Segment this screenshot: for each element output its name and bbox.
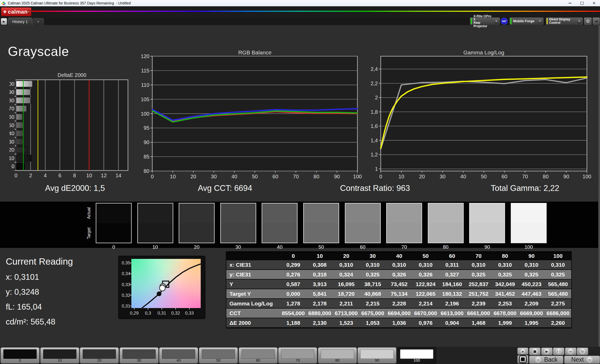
table-cell: 40,868 xyxy=(360,289,386,298)
calman-menu-button[interactable]: ❖ calman ▼ xyxy=(1,7,31,16)
svg-text:105: 105 xyxy=(141,96,149,102)
source-dropdown[interactable]: Mobile Forge ▼ xyxy=(509,17,544,25)
pattern-panel-up-button[interactable]: ▲ xyxy=(517,348,528,355)
pattern-button-30[interactable]: 30 xyxy=(120,347,159,363)
table-header-row: 0102030405060708090100 xyxy=(226,252,571,260)
pattern-button-40[interactable]: 40 xyxy=(159,347,198,363)
display-status-accent xyxy=(547,18,548,24)
pattern-button-20[interactable]: 20 xyxy=(80,347,119,363)
pattern-label: 70 xyxy=(278,358,317,362)
back-button[interactable]: « Back xyxy=(529,356,563,364)
chevron-down-icon[interactable]: ▼ xyxy=(494,19,499,24)
next-button[interactable]: Next » xyxy=(564,356,600,364)
pattern-button-50[interactable]: 50 xyxy=(199,347,238,363)
pattern-button-60[interactable]: 60 xyxy=(239,347,278,363)
pattern-label: 90 xyxy=(358,358,396,362)
svg-text:90: 90 xyxy=(144,139,149,145)
window-title: Calman 2025 Calman Ultimate for Business… xyxy=(8,1,131,5)
pattern-button-80[interactable]: 80 xyxy=(318,347,357,363)
collapse-panel-button[interactable]: ◀ xyxy=(592,17,600,25)
grayscale-swatch-10 xyxy=(137,203,173,243)
flyout-arrow-icon: ▶ xyxy=(3,20,5,23)
table-cell: 2,209 xyxy=(518,299,545,308)
target-row-label: Target xyxy=(87,228,91,239)
stop-button[interactable]: ■ xyxy=(529,348,541,355)
calman-logo-icon: ❖ xyxy=(3,9,7,14)
rainbow-divider xyxy=(32,11,600,12)
table-cell: 0,310 xyxy=(465,260,492,269)
table-cell: 122,924 xyxy=(412,280,439,289)
pattern-swatch xyxy=(162,349,195,359)
refresh-button[interactable]: ↻ xyxy=(577,348,588,355)
table-cell: 6880,000 xyxy=(306,309,333,318)
pattern-button-70[interactable]: 70 xyxy=(278,347,317,363)
play-button[interactable]: ▶ xyxy=(541,348,553,355)
table-cell: 2,228 xyxy=(386,299,412,308)
app-icon xyxy=(2,1,6,5)
pattern-button-10[interactable]: 10 xyxy=(40,347,79,363)
svg-text:70: 70 xyxy=(522,174,528,179)
range-icon: [··] xyxy=(556,348,562,355)
table-cell: 18,720 xyxy=(333,289,360,298)
chevron-down-icon[interactable]: ▼ xyxy=(577,19,582,24)
up-arrow-icon: ▲ xyxy=(520,348,526,354)
table-cell: 341,452 xyxy=(492,289,518,298)
title-bar: Calman 2025 Calman Ultimate for Business… xyxy=(0,0,600,6)
close-icon: ✕ xyxy=(592,1,596,5)
swatch-level-label: 80 xyxy=(428,244,464,250)
pattern-button-100[interactable]: 100 xyxy=(397,347,436,363)
svg-text:RGB Balance: RGB Balance xyxy=(238,50,271,55)
add-tab-button[interactable]: + xyxy=(32,18,44,25)
pattern-label: 10 xyxy=(41,358,79,362)
svg-text:50: 50 xyxy=(481,174,487,179)
table-col-90: 90 xyxy=(518,252,545,260)
minimize-button[interactable] xyxy=(564,0,576,6)
stop-icon: ■ xyxy=(532,348,538,355)
pattern-button-90[interactable]: 90 xyxy=(357,347,396,363)
svg-text:1,2: 1,2 xyxy=(371,152,378,157)
table-cell: 0,325 xyxy=(545,270,571,279)
row-label: y: CIE31 xyxy=(226,270,280,279)
display-control-dropdown[interactable]: Direct Display Control ▼ xyxy=(546,17,583,25)
chevron-down-icon[interactable]: ▼ xyxy=(537,19,542,24)
layout-flyout-button[interactable]: ▶ xyxy=(1,18,7,25)
back-label: Back xyxy=(544,356,557,363)
maximize-button[interactable] xyxy=(576,0,588,6)
settings-button[interactable]: ⚙ xyxy=(584,17,592,25)
table-cell: 252,837 xyxy=(465,280,492,289)
infinity-button[interactable]: ∞ xyxy=(565,348,576,355)
range-button[interactable]: [··] xyxy=(553,348,564,355)
tab-history-1[interactable]: History 1 xyxy=(8,18,32,25)
svg-text:90: 90 xyxy=(563,174,569,179)
table-cell: 1,278 xyxy=(280,299,306,308)
row-label: CCT xyxy=(226,309,280,318)
grayscale-swatch-20 xyxy=(179,203,215,243)
avg-cct-readout: Avg CCT: 6694 xyxy=(150,184,300,196)
table-cell: 0,587 xyxy=(280,280,306,289)
source-name: Mobile Forge xyxy=(513,19,534,23)
scrollbar[interactable] xyxy=(598,25,600,347)
cie-x-tick: 0,3 xyxy=(142,311,154,316)
table-cell: 2,239 xyxy=(465,299,492,308)
table-cell: 6675,000 xyxy=(360,309,386,318)
table-cell: 0,325 xyxy=(492,270,518,279)
pattern-window-button[interactable] xyxy=(517,355,528,363)
table-cell: 1,036 xyxy=(386,318,412,327)
svg-text:14: 14 xyxy=(116,173,121,178)
main-toolbar xyxy=(0,6,600,17)
svg-text:10: 10 xyxy=(170,174,176,179)
svg-text:Gamma Log/Log: Gamma Log/Log xyxy=(463,50,504,55)
table-cell: 342,049 xyxy=(492,280,518,289)
close-button[interactable]: ✕ xyxy=(588,0,600,6)
gear-icon: ⚙ xyxy=(586,19,590,24)
meter-dropdown[interactable]: X-Rite i1Pro 3 Rear Projector ▼ xyxy=(470,17,500,25)
table-row: x: CIE310,2990,3080,3100,3100,3100,3100,… xyxy=(226,260,571,269)
table-cell: 2,196 xyxy=(439,299,465,308)
pattern-button-0[interactable]: 0 xyxy=(1,347,40,363)
play-icon: ▶ xyxy=(543,348,550,355)
table-cell: 450,223 xyxy=(518,280,545,289)
swatch-level-label: 40 xyxy=(262,244,298,250)
svg-text:2,2: 2,2 xyxy=(371,81,378,86)
table-col-10: 10 xyxy=(306,252,333,260)
table-cell: 0,308 xyxy=(306,260,333,269)
